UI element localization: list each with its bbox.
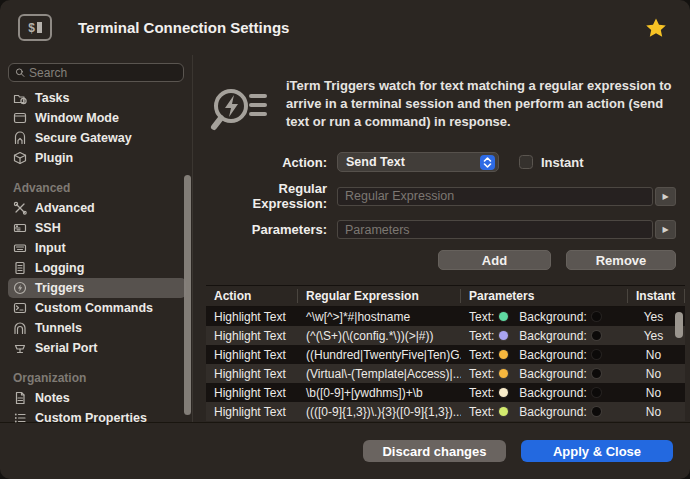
text-color-swatch[interactable] bbox=[499, 388, 508, 397]
column-header-parameters[interactable]: Parameters bbox=[461, 289, 628, 303]
instant-checkbox[interactable] bbox=[519, 155, 533, 169]
sidebar-item-tasks[interactable]: Tasks bbox=[8, 88, 186, 108]
row-regex: ^\w[^>]*#|hostname bbox=[298, 310, 461, 324]
row-instant: No bbox=[628, 386, 685, 400]
terminal-app-icon: $ bbox=[18, 14, 52, 41]
titlebar: $ Terminal Connection Settings bbox=[0, 0, 690, 55]
row-parameters: Text: Background: bbox=[461, 386, 628, 400]
table-row[interactable]: Highlight Text \b([0-9]+[ywdhms])+\b Tex… bbox=[206, 383, 685, 402]
sidebar-item-logging[interactable]: Logging bbox=[8, 258, 186, 278]
background-color-swatch[interactable] bbox=[592, 388, 601, 397]
sidebar-scrollbar[interactable] bbox=[184, 175, 191, 415]
sidebar-item-label: Tunnels bbox=[35, 321, 82, 335]
table-scrollbar[interactable] bbox=[675, 312, 683, 338]
trigger-form: Action: Send Text Instant Regular Expres… bbox=[209, 152, 676, 270]
column-header-instant[interactable]: Instant bbox=[628, 289, 685, 303]
table-row[interactable]: Highlight Text ((([0-9]{1,3})\.){3}([0-9… bbox=[206, 402, 685, 421]
text-color-swatch[interactable] bbox=[499, 369, 508, 378]
row-action: Highlight Text bbox=[206, 367, 298, 381]
text-color-swatch[interactable] bbox=[499, 331, 508, 340]
sidebar-item-ssh[interactable]: SSH bbox=[8, 218, 186, 238]
sidebar-item-label: Input bbox=[35, 241, 66, 255]
custom-properties-icon bbox=[13, 411, 27, 425]
background-color-label: Background: bbox=[519, 405, 586, 419]
add-button[interactable]: Add bbox=[438, 250, 551, 270]
sidebar-item-custom-commands[interactable]: Custom Commands bbox=[8, 298, 186, 318]
row-parameters: Text: Background: bbox=[461, 329, 628, 343]
sidebar-item-secure-gateway[interactable]: Secure Gateway bbox=[8, 128, 186, 148]
text-color-label: Text: bbox=[469, 405, 494, 419]
intro-section: iTerm Triggers watch for text matching a… bbox=[209, 77, 676, 139]
sidebar-item-triggers[interactable]: Triggers bbox=[8, 278, 186, 298]
background-color-label: Background: bbox=[519, 329, 586, 343]
content-area: Tasks Window Mode Secure Gateway Plugin … bbox=[0, 55, 690, 422]
row-instant: No bbox=[628, 348, 685, 362]
sidebar-item-tunnels[interactable]: Tunnels bbox=[8, 318, 186, 338]
column-header-regex[interactable]: Regular Expression bbox=[298, 289, 461, 303]
advanced-icon bbox=[13, 201, 27, 215]
background-color-swatch[interactable] bbox=[592, 312, 601, 321]
triggers-icon bbox=[13, 281, 27, 295]
sidebar-item-advanced[interactable]: Advanced bbox=[8, 198, 186, 218]
parameters-helper-button[interactable]: ▶ bbox=[655, 220, 676, 239]
sidebar-list: Tasks Window Mode Secure Gateway Plugin … bbox=[8, 88, 186, 428]
background-color-swatch[interactable] bbox=[592, 369, 601, 378]
serial-port-icon bbox=[13, 341, 27, 355]
favorite-star-icon[interactable] bbox=[644, 16, 668, 40]
text-color-swatch[interactable] bbox=[499, 350, 508, 359]
parameters-input[interactable] bbox=[337, 220, 653, 239]
dollar-glyph: $ bbox=[28, 22, 35, 34]
action-label: Action: bbox=[209, 155, 337, 170]
text-color-label: Text: bbox=[469, 329, 494, 343]
action-select-value: Send Text bbox=[346, 155, 405, 169]
row-action: Highlight Text bbox=[206, 310, 298, 324]
sidebar-item-label: Notes bbox=[35, 391, 70, 405]
row-action: Highlight Text bbox=[206, 329, 298, 343]
table-row[interactable]: Highlight Text (^(\S+)(\(config.*\))(>|#… bbox=[206, 326, 685, 345]
action-select[interactable]: Send Text bbox=[337, 152, 499, 172]
background-color-label: Background: bbox=[519, 386, 586, 400]
sidebar-section-advanced: Advanced bbox=[13, 181, 186, 195]
column-header-action[interactable]: Action bbox=[206, 289, 298, 303]
sidebar-item-custom-properties[interactable]: Custom Properties bbox=[8, 408, 186, 428]
text-color-swatch[interactable] bbox=[499, 312, 508, 321]
apply-close-button[interactable]: Apply & Close bbox=[521, 440, 673, 462]
table-row[interactable]: Highlight Text (Virtual\-(Template|Acces… bbox=[206, 364, 685, 383]
sidebar-item-serial-port[interactable]: Serial Port bbox=[8, 338, 186, 358]
table-row[interactable]: Highlight Text ((Hundred|TwentyFive|Ten)… bbox=[206, 345, 685, 364]
row-regex: (^(\S+)(\(config.*\))(>|#)) bbox=[298, 329, 461, 343]
parameters-label: Parameters: bbox=[209, 222, 337, 237]
remove-button[interactable]: Remove bbox=[566, 250, 676, 270]
sidebar-item-label: Triggers bbox=[35, 281, 84, 295]
intro-description: iTerm Triggers watch for text matching a… bbox=[286, 77, 676, 132]
sidebar-item-window-mode[interactable]: Window Mode bbox=[8, 108, 186, 128]
sidebar-item-label: Secure Gateway bbox=[35, 131, 132, 145]
tasks-icon bbox=[13, 91, 27, 105]
search-icon bbox=[15, 67, 25, 78]
table-row[interactable]: Highlight Text ^\w[^>]*#|hostname Text: … bbox=[206, 307, 685, 326]
sidebar-section-organization: Organization bbox=[13, 371, 186, 385]
row-parameters: Text: Background: bbox=[461, 405, 628, 419]
cursor-block bbox=[37, 22, 42, 33]
logging-icon bbox=[13, 261, 27, 275]
sidebar-item-notes[interactable]: Notes bbox=[8, 388, 186, 408]
regex-helper-button[interactable]: ▶ bbox=[655, 187, 676, 206]
row-regex: ((([0-9]{1,3})\.){3}([0-9]{1,3})... bbox=[298, 405, 461, 419]
sidebar-item-label: Window Mode bbox=[35, 111, 119, 125]
settings-window: $ Terminal Connection Settings Tasks Win… bbox=[0, 0, 690, 479]
select-chevrons-icon bbox=[480, 155, 495, 170]
sidebar-item-plugin[interactable]: Plugin bbox=[8, 148, 186, 168]
row-regex: (Virtual\-(Template|Access)|... bbox=[298, 367, 461, 381]
row-instant: No bbox=[628, 405, 685, 419]
background-color-swatch[interactable] bbox=[592, 407, 601, 416]
background-color-swatch[interactable] bbox=[592, 350, 601, 359]
regex-input[interactable] bbox=[337, 187, 653, 206]
discard-changes-button[interactable]: Discard changes bbox=[363, 440, 506, 462]
custom-commands-icon bbox=[13, 301, 27, 315]
search-field[interactable] bbox=[8, 63, 184, 82]
footer-bar: Discard changes Apply & Close bbox=[0, 422, 690, 479]
background-color-swatch[interactable] bbox=[592, 331, 601, 340]
search-input[interactable] bbox=[29, 66, 177, 80]
text-color-swatch[interactable] bbox=[499, 407, 508, 416]
sidebar-item-input[interactable]: Input bbox=[8, 238, 186, 258]
